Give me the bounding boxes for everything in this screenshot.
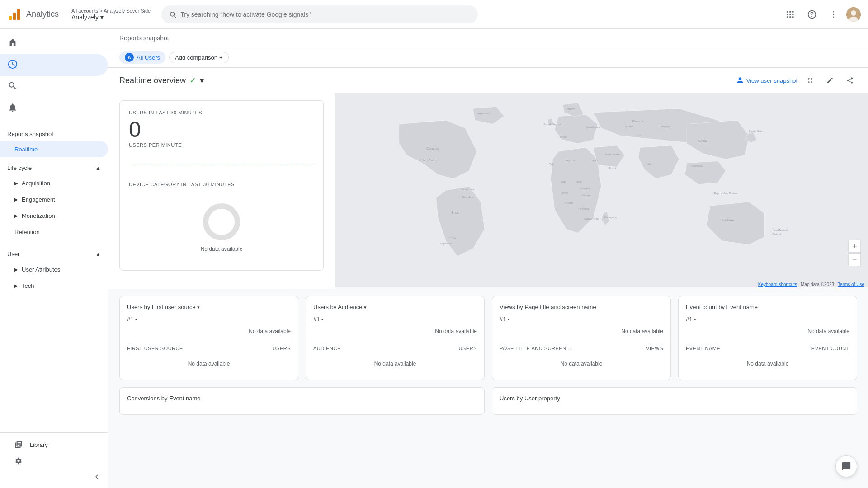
reports-header: Reports snapshot [108, 29, 868, 47]
sidebar-collapse-button[interactable] [0, 469, 108, 484]
svg-text:South Korea: South Korea [749, 130, 764, 132]
users-30min-count: 0 [129, 119, 314, 141]
settings-icon [14, 457, 23, 465]
realtime-dropdown-icon[interactable]: ▾ [200, 75, 204, 85]
svg-rect-10 [789, 16, 791, 18]
sidebar-item-search[interactable] [0, 76, 108, 98]
more-vert-icon [829, 10, 838, 19]
search-input[interactable] [180, 11, 471, 18]
svg-text:South Africa: South Africa [584, 217, 599, 220]
zoom-out-button[interactable]: − [848, 253, 861, 266]
realtime-section-header: Realtime overview ✓ ▾ View user snapshot [108, 68, 868, 93]
person-icon [736, 77, 744, 84]
svg-text:DRC: DRC [562, 192, 569, 195]
all-users-avatar-icon: A [125, 53, 134, 62]
sidebar-item-alerts[interactable] [0, 98, 108, 119]
keyboard-shortcuts-link[interactable]: Keyboard shortcuts [758, 282, 797, 287]
bottom-cards-row: Conversions by Event name Users by User … [108, 387, 868, 422]
fullscreen-icon [807, 77, 814, 84]
sidebar: Reports snapshot Realtime Life cycle ▲ ▶… [0, 29, 108, 488]
svg-rect-6 [787, 14, 788, 15]
users-property-card-title: Users by User property [500, 395, 849, 402]
edit-icon [826, 77, 834, 84]
svg-text:Kazakhstan: Kazakhstan [586, 126, 600, 128]
sidebar-settings-link[interactable] [0, 453, 108, 469]
search-icon [169, 10, 177, 19]
expand-view-button[interactable] [803, 73, 817, 88]
reports-snapshot-title: Reports snapshot [119, 34, 857, 42]
left-panel: USERS IN LAST 30 MINUTES 0 USERS PER MIN… [108, 93, 335, 289]
svg-text:Libya: Libya [592, 159, 599, 162]
svg-text:Turkey: Turkey [625, 125, 633, 128]
account-path: All accounts > Analyzely Sever Side [71, 8, 151, 14]
svg-rect-8 [792, 14, 793, 15]
card-1-title: Users by First user source ▾ [127, 304, 291, 310]
card-2-no-data-top: No data available [313, 324, 477, 338]
svg-text:Kenya: Kenya [582, 194, 590, 197]
card-4-table-header: EVENT NAME EVENT COUNT [686, 346, 849, 353]
library-icon [14, 441, 23, 449]
zoom-in-button[interactable]: + [848, 240, 861, 253]
card-2-no-data-bottom: No data available [313, 355, 477, 372]
collapse-icon [93, 473, 101, 481]
grid-icon [786, 10, 795, 19]
conversions-card-title: Conversions by Event name [127, 395, 477, 402]
svg-rect-3 [787, 11, 788, 12]
conversions-by-event-card: Conversions by Event name [119, 387, 485, 415]
card-1-no-data-top: No data available [127, 324, 291, 338]
sidebar-library-link[interactable]: Library [0, 436, 108, 453]
expand-icon: ▶ [14, 181, 18, 186]
users-by-first-source-card: Users by First user source ▾ #1 - No dat… [119, 296, 298, 380]
more-vert-icon-button[interactable] [825, 5, 843, 23]
card-4-no-data-top: No data available [686, 324, 849, 338]
sidebar-tech-link[interactable]: ▶ Tech [0, 277, 108, 294]
dropdown-arrow-icon: ▾ [197, 305, 200, 310]
sidebar-monetization-link[interactable]: ▶ Monetization [0, 207, 108, 224]
help-icon-button[interactable] [803, 5, 821, 23]
sidebar-realtime-link[interactable]: Realtime [0, 141, 108, 157]
apps-icon-button[interactable] [781, 5, 799, 23]
sidebar-acquisition-link[interactable]: ▶ Acquisition [0, 175, 108, 191]
world-map-area: Canada United States Russia China Brazil… [335, 93, 868, 289]
reports-snapshot-link[interactable]: Reports snapshot [7, 131, 53, 137]
svg-text:Norway: Norway [566, 108, 575, 110]
sidebar-item-realtime-icon[interactable] [0, 54, 108, 76]
expand-icon-4: ▶ [14, 267, 18, 272]
svg-rect-9 [787, 16, 788, 18]
svg-rect-7 [789, 14, 791, 15]
svg-text:Zealand: Zealand [772, 233, 781, 235]
view-user-snapshot-button[interactable]: View user snapshot [736, 77, 797, 84]
search-bar[interactable] [161, 5, 478, 23]
sidebar-item-home[interactable] [0, 33, 108, 54]
expand-icon-3: ▶ [14, 213, 18, 218]
add-comparison-button[interactable]: Add comparison + [169, 52, 229, 63]
svg-rect-4 [789, 11, 791, 12]
account-name-dropdown[interactable]: Analyzely ▾ [71, 14, 151, 21]
user-section-header[interactable]: User ▲ [0, 247, 108, 261]
card-3-no-data-top: No data available [500, 324, 663, 338]
user-collapse-icon: ▲ [95, 251, 101, 258]
edit-report-button[interactable] [823, 73, 837, 88]
lifecycle-section-header[interactable]: Life cycle ▲ [0, 161, 108, 175]
help-icon [807, 10, 816, 19]
chat-fab-button[interactable] [835, 455, 857, 477]
svg-text:Saudi Arabia: Saudi Arabia [605, 153, 621, 156]
map-data-attribution: Map data ©2023 [801, 282, 834, 287]
sidebar-engagement-link[interactable]: ▶ Engagement [0, 191, 108, 207]
sidebar-user-attributes-link[interactable]: ▶ User Attributes [0, 261, 108, 277]
card-1-table-header: FIRST USER SOURCE USERS [127, 346, 291, 353]
all-users-badge[interactable]: A All Users [119, 51, 165, 64]
device-donut-chart: No data available [129, 192, 314, 261]
user-avatar[interactable] [846, 7, 861, 22]
share-button[interactable] [843, 73, 857, 88]
svg-text:Egypt: Egypt [609, 167, 616, 169]
svg-text:Papua New Guinea: Papua New Guinea [714, 192, 738, 195]
realtime-status-icon: ✓ [189, 75, 196, 85]
sidebar-retention-link[interactable]: Retention [0, 224, 108, 240]
realtime-title: Realtime overview ✓ ▾ [119, 75, 204, 85]
svg-text:Mali: Mali [549, 163, 554, 165]
svg-rect-0 [9, 16, 12, 20]
terms-link[interactable]: Terms of Use [838, 282, 864, 287]
card-3-table-header: PAGE TITLE AND SCREEN ... VIEWS [500, 346, 663, 353]
card-4-rank: #1 - [686, 316, 849, 323]
